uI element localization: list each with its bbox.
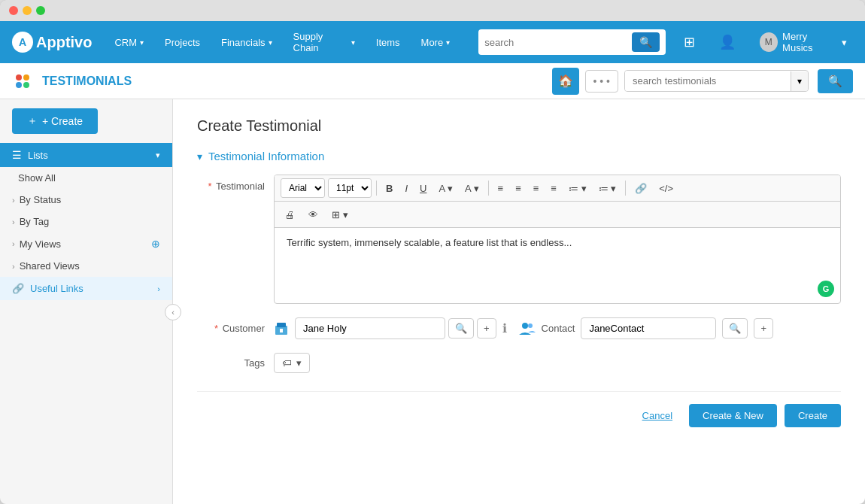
- subtitle-actions: 🏠 • • • ▾ 🔍: [552, 68, 853, 95]
- sidebar: ＋ + Create ☰ Lists ▾ Show All › By Statu…: [0, 99, 173, 504]
- nav-supply-chain[interactable]: Supply Chain ▾: [289, 28, 360, 56]
- editor-toolbar-main: Arial 11pt B I U A ▾ A ▾: [275, 175, 840, 202]
- sidebar-by-status[interactable]: › By Status: [0, 189, 172, 211]
- logo-icon: A: [12, 32, 33, 53]
- sidebar-lists-header[interactable]: ☰ Lists ▾: [0, 143, 172, 167]
- sidebar-my-views[interactable]: › My Views ⊕: [0, 232, 172, 255]
- italic-button[interactable]: I: [400, 178, 412, 198]
- create-button[interactable]: ＋ + Create: [12, 108, 98, 134]
- contact-search-button[interactable]: 🔍: [722, 318, 748, 339]
- crm-dropdown-arrow: ▾: [140, 38, 144, 47]
- svg-point-3: [23, 82, 29, 88]
- print-button[interactable]: 🖨: [281, 205, 299, 224]
- customer-search-button[interactable]: 🔍: [448, 318, 474, 339]
- font-size-select[interactable]: 11pt: [328, 178, 372, 198]
- rich-text-editor: Arial 11pt B I U A ▾ A ▾: [274, 175, 841, 304]
- nav-crm[interactable]: CRM ▾: [110, 34, 148, 51]
- lists-chevron-icon: ▾: [156, 150, 160, 160]
- ordered-list-button[interactable]: ≔ ▾: [594, 178, 621, 198]
- my-views-add-icon: ⊕: [151, 238, 160, 250]
- contact-section: Contact 🔍 +: [519, 317, 773, 339]
- nav-grid-icon[interactable]: ⊞: [678, 31, 701, 53]
- nav-more[interactable]: More ▾: [417, 34, 455, 51]
- preview-button[interactable]: 👁: [304, 205, 323, 224]
- testimonials-search-dropdown[interactable]: ▾: [791, 71, 808, 91]
- subtitle-bar: TESTIMONIALS 🏠 • • • ▾ 🔍: [0, 63, 865, 99]
- nav-items[interactable]: Items: [372, 34, 405, 51]
- section-collapse-button[interactable]: ▾: [197, 150, 202, 162]
- highlight-color-button[interactable]: A ▾: [460, 178, 484, 198]
- unordered-list-button[interactable]: ≔ ▾: [564, 178, 591, 198]
- justify-button[interactable]: ≡: [546, 178, 561, 198]
- main-layout: ＋ + Create ☰ Lists ▾ Show All › By Statu…: [0, 99, 865, 504]
- align-right-button[interactable]: ≡: [529, 178, 544, 198]
- tags-row: Tags 🏷 ▾: [197, 353, 841, 373]
- my-views-arrow-icon: ›: [12, 239, 15, 248]
- testimonials-icon: [12, 71, 33, 92]
- font-family-select[interactable]: Arial: [281, 178, 325, 198]
- window-chrome: [0, 0, 865, 21]
- font-color-button[interactable]: A ▾: [434, 178, 457, 198]
- home-button[interactable]: 🏠: [552, 68, 579, 95]
- customer-info-button[interactable]: ℹ: [499, 321, 510, 335]
- align-center-button[interactable]: ≡: [511, 178, 526, 198]
- contact-label: Contact: [542, 323, 575, 334]
- sidebar-useful-links[interactable]: 🔗 Useful Links ›: [0, 277, 172, 300]
- user-avatar: M: [760, 32, 778, 52]
- supply-chain-dropdown-arrow: ▾: [351, 38, 355, 47]
- global-search-input[interactable]: [484, 37, 627, 48]
- customer-input-group: 🔍 + ℹ: [274, 317, 510, 339]
- create-plus-icon: ＋: [27, 114, 38, 128]
- customer-add-button[interactable]: +: [477, 318, 496, 339]
- create-submit-button[interactable]: Create: [785, 404, 841, 427]
- testimonials-search-go-button[interactable]: 🔍: [818, 69, 853, 93]
- svg-point-8: [528, 323, 533, 328]
- sidebar-shared-views[interactable]: › Shared Views: [0, 255, 172, 277]
- page-module-title: TESTIMONIALS: [42, 74, 543, 88]
- code-view-button[interactable]: </>: [654, 178, 678, 198]
- table-button[interactable]: ⊞ ▾: [327, 205, 353, 224]
- svg-rect-6: [280, 329, 283, 332]
- app-logo: A Apptivo: [12, 32, 92, 53]
- underline-button[interactable]: U: [415, 178, 431, 198]
- nav-financials[interactable]: Financials ▾: [217, 34, 277, 51]
- content-area: Create Testimonial ▾ Testimonial Informa…: [173, 99, 865, 504]
- minimize-button[interactable]: [23, 6, 32, 15]
- user-menu[interactable]: M Merry Musics ▾: [754, 28, 853, 56]
- testimonial-editor-body[interactable]: Terrific system, immensely scalable, a f…: [275, 228, 840, 303]
- nav-projects[interactable]: Projects: [160, 34, 205, 51]
- contact-input[interactable]: [581, 317, 716, 339]
- footer-buttons: Cancel Create & New Create: [197, 391, 841, 427]
- align-left-button[interactable]: ≡: [493, 178, 508, 198]
- testimonial-row: * Testimonial Arial 11pt: [197, 175, 841, 304]
- testimonials-search-input[interactable]: [625, 71, 791, 91]
- contact-add-button[interactable]: +: [754, 318, 773, 339]
- sidebar-by-tag[interactable]: › By Tag: [0, 211, 172, 232]
- customer-row: * Customer 🔍 + ℹ: [197, 317, 841, 339]
- editor-toolbar-secondary: 🖨 👁 ⊞ ▾: [275, 202, 840, 228]
- section-header: ▾ Testimonial Information: [197, 150, 841, 162]
- customer-input[interactable]: [295, 317, 445, 339]
- customer-required-indicator: *: [214, 323, 218, 334]
- nav-person-icon[interactable]: 👤: [713, 31, 742, 53]
- sidebar-show-all[interactable]: Show All: [0, 167, 172, 189]
- toolbar-separator-3: [625, 181, 626, 196]
- insert-link-button[interactable]: 🔗: [630, 178, 651, 198]
- by-tag-arrow-icon: ›: [12, 217, 15, 226]
- close-button[interactable]: [9, 6, 18, 15]
- svg-point-0: [16, 74, 22, 80]
- svg-rect-5: [277, 323, 286, 327]
- more-options-button[interactable]: • • •: [585, 70, 618, 93]
- maximize-button[interactable]: [36, 6, 45, 15]
- required-indicator: *: [208, 181, 212, 192]
- tags-button[interactable]: 🏷 ▾: [274, 353, 310, 373]
- toolbar-separator-1: [376, 181, 377, 196]
- lists-icon: ☰: [12, 149, 22, 161]
- sidebar-collapse-button[interactable]: ‹: [165, 304, 181, 320]
- tags-label: Tags: [197, 357, 265, 369]
- financials-dropdown-arrow: ▾: [269, 38, 272, 47]
- bold-button[interactable]: B: [381, 178, 397, 198]
- cancel-button[interactable]: Cancel: [633, 404, 681, 427]
- global-search-button[interactable]: 🔍: [632, 32, 660, 52]
- create-and-new-button[interactable]: Create & New: [689, 404, 777, 427]
